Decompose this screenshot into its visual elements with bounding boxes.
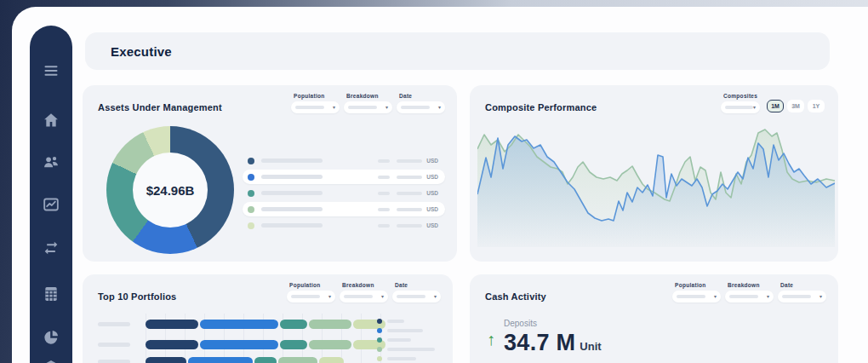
holdings-icon [43, 359, 60, 363]
chevron-down-icon: ▾ [385, 105, 388, 110]
deposits-unit: Unit [580, 340, 601, 353]
bar-segment [280, 320, 307, 329]
clients-icon [43, 153, 60, 170]
legend-dot [248, 222, 254, 229]
breakdown-dropdown[interactable]: ▾ [725, 291, 774, 302]
sidebar-item-transactions[interactable] [37, 235, 66, 261]
currency-label: USD [426, 206, 438, 212]
cash-filters: Population▾Breakdown▾Date▾ [672, 282, 826, 302]
dropdown-placeholder [295, 106, 324, 109]
bar-segment [200, 320, 278, 329]
dropdown-placeholder [729, 295, 758, 298]
chevron-down-icon: ▾ [438, 105, 441, 110]
legend-text-placeholder [261, 207, 323, 211]
aum-donut-chart[interactable]: $24.96B [106, 126, 234, 254]
composite-card: Composite Performance Composites▾ 1M3M1Y [470, 85, 838, 262]
sidebar-item-menu[interactable] [37, 58, 66, 84]
bar-segment [319, 357, 344, 363]
filter-label: Breakdown [728, 282, 774, 288]
sidebar-item-home[interactable] [37, 107, 66, 133]
filter-label: Composites [723, 93, 760, 99]
portfolio-bar-row[interactable] [98, 357, 345, 363]
legend-dot [248, 174, 254, 181]
page-title: Executive [111, 44, 172, 59]
dropdown-placeholder [401, 106, 430, 109]
aum-card-title: Assets Under Management [98, 102, 222, 112]
aum-legend-row[interactable]: USD [243, 218, 445, 233]
composites-filter: Composites▾ [721, 93, 760, 113]
legend-dot [377, 328, 382, 333]
aum-legend-row[interactable]: USD [243, 202, 445, 216]
population-dropdown[interactable]: ▾ [291, 101, 340, 113]
sidebar-item-holdings[interactable] [37, 354, 66, 363]
legend-text-placeholder [261, 175, 323, 179]
bar-segment [278, 357, 317, 363]
date-filter: Date▾ [397, 93, 445, 113]
bar-segment [254, 357, 277, 363]
chevron-down-icon: ▾ [767, 294, 769, 299]
range-button-1m[interactable]: 1M [767, 100, 784, 112]
filter-label: Date [399, 93, 445, 99]
composite-filters: Composites▾ [721, 93, 760, 113]
value-placeholder [397, 176, 422, 179]
aum-legend-row[interactable]: USD [243, 170, 445, 184]
date-dropdown[interactable]: ▾ [778, 291, 826, 302]
aum-legend-row[interactable]: USD [243, 153, 445, 168]
portfolio-bar-row[interactable] [98, 340, 387, 349]
filter-label: Date [780, 282, 826, 288]
page-header: Executive [85, 32, 830, 70]
dropdown-placeholder [677, 295, 705, 298]
legend-dot [377, 356, 382, 361]
donut-hole: $24.96B [133, 153, 208, 228]
legend-dot [377, 319, 382, 324]
aum-legend-row[interactable]: USD [243, 186, 445, 200]
deposits-value: 34.7 M [504, 330, 575, 356]
legend-text-placeholder [387, 348, 435, 351]
sidebar-item-clients[interactable] [37, 149, 66, 175]
sidebar-item-allocation[interactable] [37, 325, 66, 350]
range-button-1y[interactable]: 1Y [808, 100, 825, 112]
sidebar-item-performance[interactable] [37, 192, 66, 217]
portfolio-bar-row[interactable] [98, 320, 387, 329]
composites-dropdown[interactable]: ▾ [721, 101, 760, 113]
aum-filters: Population▾Breakdown▾Date▾ [291, 93, 445, 113]
value-placeholder [378, 224, 390, 228]
app-container: Executive Assets Under Management Popula… [12, 7, 868, 363]
sidebar-item-calculator[interactable] [37, 281, 66, 307]
allocation-icon [43, 329, 60, 346]
chevron-down-icon: ▾ [714, 294, 717, 299]
donut-center-value: $24.96B [146, 183, 195, 198]
chevron-down-icon: ▾ [819, 294, 822, 299]
legend-text-placeholder [261, 191, 323, 195]
dropdown-placeholder [348, 106, 377, 109]
portfolios-legend-item [377, 344, 435, 354]
row-label-placeholder [98, 322, 130, 326]
composite-card-title: Composite Performance [485, 102, 597, 112]
composite-chart[interactable] [477, 119, 835, 247]
menu-icon [43, 62, 60, 79]
value-placeholder [397, 192, 422, 195]
legend-text-placeholder [387, 320, 404, 323]
breakdown-dropdown[interactable]: ▾ [344, 101, 392, 113]
population-dropdown[interactable]: ▾ [672, 291, 721, 302]
row-label-placeholder [98, 343, 130, 347]
dropdown-placeholder [782, 295, 811, 298]
currency-label: USD [426, 222, 438, 228]
value-placeholder [378, 208, 390, 211]
legend-text-placeholder [387, 338, 411, 342]
cash-card-title: Cash Activity [485, 291, 546, 302]
calculator-icon [43, 285, 60, 302]
bar-segment [146, 320, 198, 329]
portfolios-legend [377, 316, 435, 363]
value-placeholder [378, 176, 390, 179]
legend-text-placeholder [261, 223, 323, 228]
currency-label: USD [426, 190, 438, 196]
bar-segment [200, 340, 278, 349]
legend-dot [248, 206, 254, 213]
portfolios-legend-item [377, 335, 435, 344]
date-dropdown[interactable]: ▾ [397, 101, 445, 113]
sidebar [30, 26, 72, 363]
legend-dot [377, 337, 382, 343]
composite-controls: Composites▾ 1M3M1Y [721, 93, 825, 113]
range-button-3m[interactable]: 3M [787, 100, 804, 112]
